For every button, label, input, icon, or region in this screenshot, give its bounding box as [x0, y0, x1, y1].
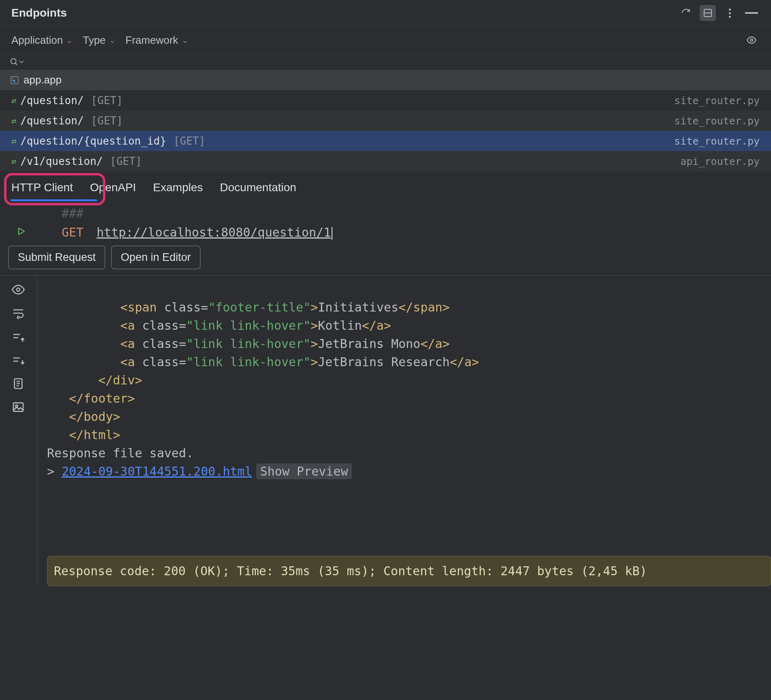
tab-examples[interactable]: Examples [153, 174, 203, 201]
endpoint-path: /question/{question_id} [20, 135, 166, 147]
text-cursor [332, 227, 332, 240]
panel-title: Endpoints [11, 6, 67, 19]
submit-request-button[interactable]: Submit Request [8, 245, 105, 269]
open-in-editor-button[interactable]: Open in Editor [111, 245, 201, 269]
wrap-icon[interactable] [12, 307, 25, 320]
route-icon: ⇄ [11, 136, 16, 146]
endpoint-source: site_router.py [674, 95, 760, 107]
endpoint-method: [GET] [173, 135, 205, 147]
endpoint-row[interactable]: ⇄/question/{question_id}[GET]site_router… [0, 131, 771, 151]
response-panel: <div> <span class="footer-title">Initiat… [0, 275, 771, 586]
app-group-label: app.app [24, 74, 62, 86]
scroll-up-icon[interactable] [12, 330, 25, 343]
route-icon: ⇄ [11, 156, 16, 166]
svg-point-8 [17, 288, 20, 291]
tab-http-client[interactable]: HTTP Client [11, 174, 73, 201]
filter-type[interactable]: Type⌄ [83, 34, 116, 47]
endpoint-list: ⇄/question/[GET]site_router.py⇄/question… [0, 90, 771, 171]
svg-rect-20 [13, 403, 23, 411]
endpoint-method: [GET] [110, 155, 142, 167]
route-icon: ⇄ [11, 116, 16, 126]
response-saved-msg: Response file saved. [47, 446, 193, 460]
response-file-link[interactable]: 2024-09-30T144551.200.html [62, 464, 252, 478]
request-separator: ### [62, 206, 84, 220]
app-group-row[interactable]: app.app [0, 70, 771, 90]
endpoint-source: site_router.py [674, 135, 760, 147]
filter-framework[interactable]: Framework⌄ [126, 34, 188, 47]
endpoint-path: /question/ [20, 94, 84, 107]
response-gutter [0, 276, 37, 586]
tab-documentation[interactable]: Documentation [220, 174, 296, 201]
python-file-icon [10, 75, 19, 85]
image-icon[interactable] [12, 401, 25, 414]
request-url: http://localhost:8080/question/1 [96, 225, 331, 239]
route-icon: ⇄ [11, 96, 16, 105]
search-icon [10, 58, 24, 66]
response-status-bar: Response code: 200 (OK); Time: 35ms (35 … [47, 556, 771, 586]
copy-icon[interactable] [12, 377, 25, 390]
chevron-down-icon: ⌄ [182, 35, 188, 45]
svg-point-0 [688, 9, 690, 11]
svg-point-3 [750, 39, 753, 41]
endpoint-source: site_router.py [674, 115, 760, 127]
show-preview-button[interactable]: Show Preview [256, 463, 352, 479]
svg-point-4 [11, 59, 16, 64]
more-icon[interactable] [722, 5, 738, 21]
layout-icon[interactable] [700, 5, 716, 21]
tab-openapi[interactable]: OpenAPI [90, 174, 136, 201]
scroll-down-icon[interactable] [12, 354, 25, 367]
endpoint-method: [GET] [91, 94, 123, 107]
run-icon[interactable] [16, 226, 26, 238]
request-editor[interactable]: ### GET http://localhost:8080/question/1 [0, 204, 771, 242]
tabs-row: HTTP Client OpenAPI Examples Documentati… [0, 171, 771, 204]
svg-line-5 [15, 63, 17, 65]
search-bar[interactable] [0, 54, 771, 70]
endpoint-path: /question/ [20, 115, 84, 127]
filter-application[interactable]: Application⌄ [11, 34, 73, 47]
endpoint-path: /v1/question/ [20, 155, 103, 167]
endpoint-source: api_router.py [680, 156, 760, 167]
active-tab-underline [11, 199, 97, 201]
request-method: GET [62, 225, 84, 239]
filter-bar: Application⌄ Type⌄ Framework⌄ [0, 26, 771, 54]
chevron-down-icon: ⌄ [109, 35, 116, 45]
titlebar: Endpoints [0, 0, 771, 26]
titlebar-actions [678, 5, 760, 21]
endpoint-row[interactable]: ⇄/question/[GET]site_router.py [0, 90, 771, 111]
endpoint-method: [GET] [91, 115, 123, 127]
chevron-down-icon: ⌄ [66, 35, 73, 45]
endpoint-row[interactable]: ⇄/v1/question/[GET]api_router.py [0, 151, 771, 171]
response-body[interactable]: <div> <span class="footer-title">Initiat… [37, 276, 771, 586]
endpoint-row[interactable]: ⇄/question/[GET]site_router.py [0, 111, 771, 131]
minimize-icon[interactable] [743, 5, 760, 21]
svg-point-7 [13, 78, 14, 79]
action-buttons: Submit Request Open in Editor [0, 242, 771, 275]
eye-icon[interactable] [12, 283, 25, 296]
eye-icon[interactable] [743, 32, 760, 48]
refresh-icon[interactable] [678, 5, 694, 21]
